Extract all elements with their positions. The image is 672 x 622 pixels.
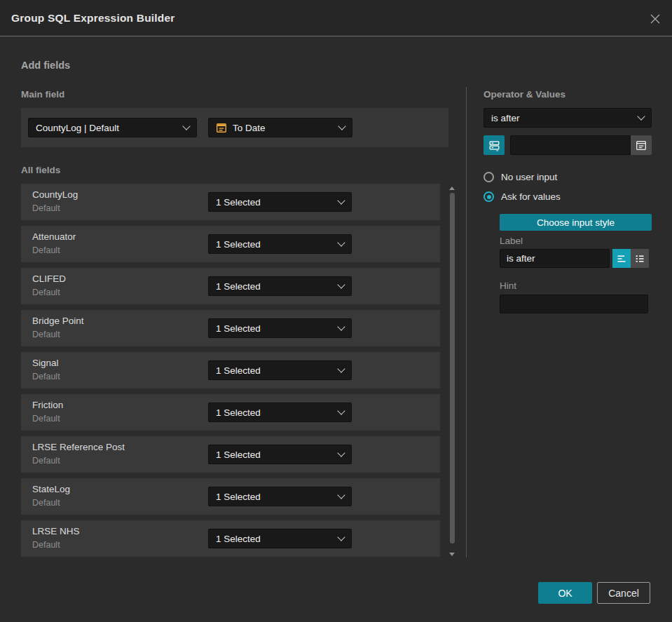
- field-values-dropdown-value: 1 Selected: [216, 323, 261, 334]
- field-values-dropdown[interactable]: 1 Selected: [208, 529, 352, 548]
- scroll-up-icon[interactable]: [449, 187, 455, 190]
- field-row: Bridge PointDefault1 Selected: [21, 310, 440, 346]
- field-subtitle: Default: [32, 330, 60, 339]
- field-row: CountyLogDefault1 Selected: [21, 184, 440, 220]
- all-fields-list: CountyLogDefault1 SelectedAttenuatorDefa…: [21, 184, 440, 562]
- main-field-select[interactable]: CountyLog | Default: [28, 118, 197, 137]
- chevron-down-icon: [337, 407, 345, 414]
- field-values-dropdown[interactable]: 1 Selected: [208, 192, 352, 212]
- input-style-list-toggle[interactable]: [631, 249, 649, 268]
- label-field-label: Label: [500, 236, 523, 246]
- radio-circle-icon: [484, 172, 494, 182]
- dialog-titlebar: Group SQL Expression Builder: [0, 0, 672, 36]
- field-row: LRSE NHSDefault1 Selected: [21, 520, 440, 557]
- field-values-dropdown[interactable]: 1 Selected: [208, 403, 352, 422]
- radio-no-user-input-label: No user input: [501, 172, 557, 182]
- field-subtitle: Default: [32, 288, 60, 297]
- calendar-button[interactable]: [631, 135, 652, 155]
- field-values-dropdown-value: 1 Selected: [216, 407, 261, 418]
- operator-select[interactable]: is after: [484, 108, 652, 128]
- hint-field-label: Hint: [500, 280, 516, 291]
- chevron-down-icon: [337, 365, 345, 372]
- label-input[interactable]: [500, 249, 610, 268]
- field-subtitle: Default: [32, 203, 60, 213]
- date-type-select[interactable]: To Date: [208, 118, 352, 137]
- chevron-down-icon: [338, 122, 345, 130]
- all-fields-label: All fields: [21, 165, 60, 175]
- field-name: Signal: [32, 358, 59, 368]
- bulleted-list-icon: [634, 253, 645, 264]
- panel-divider: [466, 87, 467, 557]
- radio-selected-icon: [484, 191, 494, 202]
- scrollbar-thumb[interactable]: [450, 193, 455, 543]
- field-row: LRSE Reference PostDefault1 Selected: [21, 436, 440, 473]
- input-style-text-toggle[interactable]: [612, 249, 631, 268]
- chevron-down-icon: [337, 323, 345, 330]
- field-subtitle: Default: [32, 456, 60, 466]
- scroll-down-icon[interactable]: [449, 553, 455, 556]
- chevron-down-icon: [337, 449, 345, 457]
- value-source-button[interactable]: [484, 135, 505, 155]
- stacked-rows-icon: [488, 140, 500, 151]
- field-values-dropdown-value: 1 Selected: [216, 281, 261, 292]
- field-values-dropdown[interactable]: 1 Selected: [208, 234, 352, 254]
- field-row: StateLogDefault1 Selected: [21, 478, 440, 515]
- calendar-icon: [216, 122, 227, 133]
- input-style-toggle-group: [612, 249, 649, 268]
- radio-ask-for-values-label: Ask for values: [501, 191, 561, 202]
- field-name: LRSE Reference Post: [32, 442, 125, 452]
- list-scrollbar[interactable]: [449, 184, 455, 557]
- chevron-down-icon: [337, 533, 345, 541]
- field-subtitle: Default: [32, 540, 60, 550]
- field-name: Friction: [32, 400, 63, 410]
- chevron-down-icon: [337, 238, 345, 246]
- field-row: CLIFEDDefault1 Selected: [21, 268, 440, 304]
- field-values-dropdown[interactable]: 1 Selected: [208, 276, 352, 296]
- chevron-down-icon: [337, 280, 345, 288]
- field-values-dropdown[interactable]: 1 Selected: [208, 318, 352, 338]
- field-row: SignalDefault1 Selected: [21, 352, 440, 388]
- cancel-button[interactable]: Cancel: [597, 582, 650, 604]
- hint-input[interactable]: [500, 295, 648, 313]
- value-input[interactable]: [510, 135, 631, 155]
- field-values-dropdown[interactable]: 1 Selected: [208, 487, 352, 506]
- chevron-down-icon: [637, 112, 645, 120]
- calendar-icon: [636, 140, 647, 151]
- field-values-dropdown-value: 1 Selected: [216, 365, 261, 376]
- field-values-dropdown-value: 1 Selected: [216, 534, 261, 544]
- ok-button[interactable]: OK: [538, 582, 592, 604]
- field-subtitle: Default: [32, 372, 60, 381]
- operator-select-value: is after: [491, 113, 520, 123]
- field-values-dropdown[interactable]: 1 Selected: [208, 445, 352, 464]
- field-name: Attenuator: [32, 231, 76, 242]
- field-values-dropdown-value: 1 Selected: [216, 197, 261, 208]
- field-row: AttenuatorDefault1 Selected: [21, 226, 440, 262]
- chevron-down-icon: [337, 196, 345, 204]
- operator-values-heading: Operator & Values: [484, 89, 565, 100]
- close-icon[interactable]: [648, 12, 662, 26]
- align-left-icon: [616, 253, 627, 264]
- field-values-dropdown[interactable]: 1 Selected: [208, 360, 352, 380]
- field-name: Bridge Point: [32, 316, 84, 326]
- field-name: CLIFED: [32, 273, 66, 284]
- field-subtitle: Default: [32, 414, 60, 424]
- field-subtitle: Default: [32, 498, 60, 508]
- main-field-panel: CountyLog | Default To Date: [21, 108, 448, 147]
- dialog-title: Group SQL Expression Builder: [11, 0, 175, 36]
- main-field-label: Main field: [21, 89, 64, 100]
- field-values-dropdown-value: 1 Selected: [216, 492, 261, 502]
- radio-ask-for-values[interactable]: Ask for values: [484, 191, 561, 202]
- field-values-dropdown-value: 1 Selected: [216, 449, 261, 460]
- choose-input-style-button[interactable]: Choose input style: [500, 214, 652, 231]
- group-sql-expression-builder-dialog: Group SQL Expression Builder Add fields …: [0, 0, 672, 622]
- main-field-select-value: CountyLog | Default: [36, 123, 119, 133]
- field-name: StateLog: [32, 484, 70, 494]
- field-subtitle: Default: [32, 245, 60, 255]
- field-values-dropdown-value: 1 Selected: [216, 239, 261, 250]
- add-fields-heading: Add fields: [21, 60, 70, 71]
- chevron-down-icon: [182, 122, 190, 130]
- date-type-select-value: To Date: [233, 123, 266, 133]
- field-name: CountyLog: [32, 189, 78, 200]
- radio-no-user-input[interactable]: No user input: [484, 172, 557, 182]
- chevron-down-icon: [337, 491, 345, 499]
